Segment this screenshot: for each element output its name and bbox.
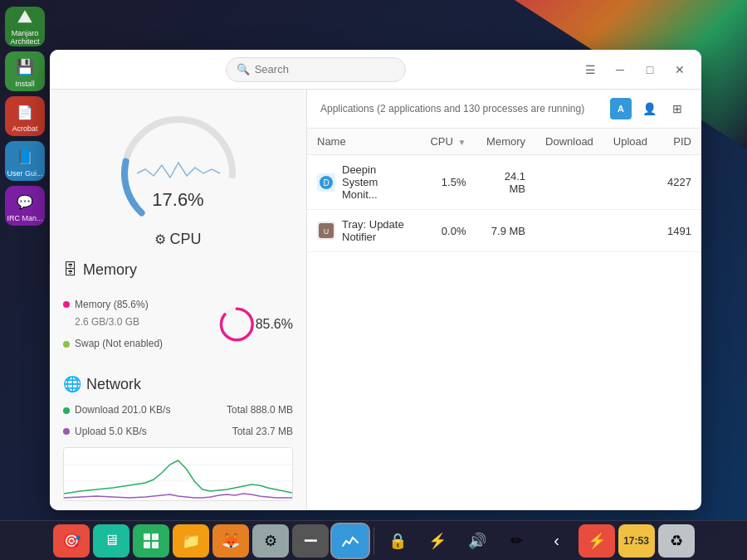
taskbar-appstore[interactable] — [133, 524, 169, 558]
download-dot — [63, 407, 70, 414]
svg-text:U: U — [324, 227, 330, 236]
taskbar-sysmonitor[interactable] — [332, 524, 369, 558]
memory-info: Memory (85.6%) 2.6 GB/3.0 GB Swap (Not e… — [63, 296, 205, 353]
col-pid[interactable]: PID — [657, 129, 701, 155]
taskbar-firefox[interactable]: 🦊 — [212, 524, 249, 558]
table-body: D Deepin System Monit... 1.5% 24.1 MB — [307, 155, 701, 252]
taskbar-usb[interactable]: 🔒 — [379, 524, 416, 558]
clock-time: 17:53 — [623, 535, 649, 547]
left-panel: 17.6% ⚙ CPU 🗄 Memory Memory (8 — [50, 90, 307, 510]
process-name-cell: U Tray: Update Notifier — [307, 210, 420, 252]
panel-status: Applications (2 applications and 130 pro… — [320, 103, 584, 114]
process-table: Name CPU ▼ Memory Download Upload PID — [307, 129, 701, 510]
taskbar: 🎯 🖥 📁 🦊 ⚙ ━━ 🔒 — [0, 520, 747, 560]
taskbar-filemanager[interactable]: 📁 — [173, 524, 209, 558]
usb-icon: 🔒 — [388, 532, 407, 550]
col-name[interactable]: Name — [307, 129, 420, 155]
taskbar-settings[interactable]: ⚙ — [252, 524, 289, 558]
table-row[interactable]: U Tray: Update Notifier 0.0% 7.9 MB 14 — [307, 210, 701, 252]
col-download[interactable]: Download — [535, 129, 603, 155]
sidebar: Manjaro Architect 💾 Install 📄 Acrobat 📘 … — [0, 0, 50, 520]
taskbar-volume[interactable]: 🔊 — [459, 524, 496, 558]
taskbar-flashcharge[interactable]: ⚡ — [579, 524, 615, 558]
svg-rect-22 — [144, 533, 150, 540]
search-input[interactable] — [255, 63, 396, 75]
swap-dot — [63, 341, 70, 348]
svg-rect-23 — [152, 533, 159, 540]
sidebar-item-manjaro-architect[interactable]: Manjaro Architect — [5, 7, 45, 46]
maximize-button[interactable]: □ — [638, 58, 662, 81]
sidebar-item-install[interactable]: 💾 Install — [5, 51, 45, 91]
taskbar-trash[interactable]: ♻ — [658, 524, 695, 558]
process-name: Tray: Update Notifier — [342, 218, 410, 243]
memory-icon: 🗄 — [63, 261, 78, 279]
process-pid: 4227 — [657, 155, 701, 210]
taskbar-redshift[interactable]: 🎯 — [53, 524, 90, 558]
search-bar[interactable]: 🔍 — [226, 57, 407, 82]
taskbar-back[interactable]: ‹ — [539, 524, 575, 558]
system-monitor-window: 🔍 ☰ ─ □ ✕ — [50, 50, 701, 510]
sidebar-item-acrobat[interactable]: 📄 Acrobat — [5, 96, 45, 136]
volume-icon: 🔊 — [468, 532, 486, 550]
memory-used-value: 2.6 GB/3.0 GB — [63, 314, 205, 332]
memory-gauge: 85.6% — [218, 287, 293, 362]
taskbar-pen[interactable]: ✏ — [499, 524, 535, 558]
memory-dot — [63, 301, 70, 308]
process-memory: 7.9 MB — [476, 210, 535, 252]
network-icon: 🌐 — [63, 375, 81, 393]
firefox-icon: 🦊 — [222, 532, 240, 550]
trash-icon: ♻ — [670, 532, 683, 550]
upload-dot — [63, 428, 70, 435]
cpu-section: 17.6% ⚙ CPU — [63, 103, 293, 248]
svg-text:D: D — [323, 178, 329, 187]
cpu-label: ⚙ CPU — [154, 231, 201, 248]
process-upload — [603, 155, 657, 210]
sidebar-item-user-guide[interactable]: 📘 User Gui... — [5, 141, 45, 181]
process-cpu: 1.5% — [420, 155, 476, 210]
usb2-icon: ⚡ — [428, 532, 447, 550]
svg-text:📄: 📄 — [17, 105, 33, 120]
close-button[interactable]: ✕ — [668, 58, 691, 81]
process-icon: U — [317, 222, 335, 240]
table-header: Name CPU ▼ Memory Download Upload PID — [307, 129, 701, 155]
process-icon: D — [317, 173, 335, 192]
process-cpu: 0.0% — [420, 210, 476, 252]
sidebar-item-irc[interactable]: 💬 IRC Man... — [5, 186, 45, 226]
cpu-gauge: 17.6% — [108, 103, 249, 227]
memory-legend-swap: Swap (Not enabled) — [63, 335, 205, 353]
svg-text:💾: 💾 — [16, 58, 35, 76]
download-legend: Download 201.0 KB/s — [63, 402, 170, 420]
col-upload[interactable]: Upload — [603, 129, 657, 155]
panel-actions: A 👤 ⊞ — [610, 98, 688, 119]
process-download — [535, 155, 603, 210]
filemanager-icon: 📁 — [182, 532, 200, 550]
svg-text:💬: 💬 — [17, 194, 33, 210]
memory-title: 🗄 Memory — [63, 261, 293, 279]
process-upload — [603, 210, 657, 252]
process-pid: 1491 — [657, 210, 701, 252]
taskbar-indicator[interactable]: ━━ — [292, 524, 329, 558]
svg-text:📘: 📘 — [17, 149, 33, 165]
upload-legend: Upload 5.0 KB/s — [63, 423, 147, 441]
window-content: 17.6% ⚙ CPU 🗄 Memory Memory (8 — [50, 90, 701, 510]
taskbar-usb2[interactable]: ⚡ — [419, 524, 456, 558]
col-memory[interactable]: Memory — [476, 129, 535, 155]
redshift-icon: 🎯 — [62, 532, 81, 550]
titlebar: 🔍 ☰ ─ □ ✕ — [50, 50, 701, 90]
menu-button[interactable]: ☰ — [579, 58, 602, 81]
back-icon: ‹ — [554, 531, 559, 550]
filter-button[interactable]: A — [610, 98, 632, 119]
separator — [374, 528, 374, 554]
user-filter-button[interactable]: 👤 — [638, 98, 660, 119]
taskbar-terminal[interactable]: 🖥 — [93, 524, 129, 558]
processes-table: Name CPU ▼ Memory Download Upload PID — [307, 129, 701, 252]
panel-header: Applications (2 applications and 130 pro… — [307, 90, 701, 129]
taskbar-clock[interactable]: 17:53 — [618, 524, 655, 558]
memory-content: Memory (85.6%) 2.6 GB/3.0 GB Swap (Not e… — [63, 287, 293, 362]
minimize-button[interactable]: ─ — [608, 58, 632, 81]
sort-arrow: ▼ — [458, 138, 466, 147]
network-title: 🌐 Network — [63, 375, 293, 393]
grid-view-button[interactable]: ⊞ — [666, 98, 688, 119]
col-cpu[interactable]: CPU ▼ — [420, 129, 476, 155]
table-row[interactable]: D Deepin System Monit... 1.5% 24.1 MB — [307, 155, 701, 210]
